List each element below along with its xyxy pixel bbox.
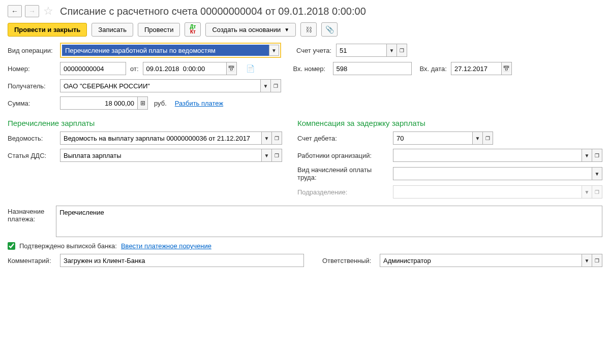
dropdown-button[interactable]: ▼ <box>261 79 271 92</box>
open-button[interactable] <box>592 254 602 267</box>
dds-label: Статья ДДС: <box>8 152 56 159</box>
recipient-label: Получатель: <box>8 82 56 90</box>
in-number-input[interactable] <box>333 62 412 75</box>
account-label: Счет учета: <box>296 47 332 54</box>
account-input[interactable] <box>336 44 387 57</box>
department-label: Подразделение: <box>297 188 389 196</box>
paperclip-icon: 📎 <box>325 25 334 34</box>
debit-account-input[interactable] <box>393 131 473 145</box>
dropdown-button[interactable]: ▼ <box>582 149 592 162</box>
comment-label: Комментарий: <box>8 257 56 264</box>
bank-confirmed-label: Подтверждено выпиской банка: <box>19 242 117 250</box>
calendar-icon <box>503 65 510 72</box>
open-button[interactable] <box>483 131 493 145</box>
create-based-on-button[interactable]: Создать на основании▼ <box>205 23 296 37</box>
responsible-input[interactable] <box>380 254 582 267</box>
dds-input[interactable] <box>60 149 262 162</box>
open-button[interactable] <box>272 131 282 145</box>
calendar-icon <box>228 65 235 72</box>
number-label: Номер: <box>8 65 56 73</box>
debit-account-label: Счет дебета: <box>297 135 389 142</box>
doc-status-icon[interactable]: 📄 <box>246 64 255 73</box>
statement-input[interactable] <box>60 131 262 145</box>
favorite-star-icon[interactable]: ☆ <box>42 5 54 17</box>
bank-confirmed-checkbox[interactable] <box>8 242 15 250</box>
open-button[interactable] <box>271 79 281 92</box>
employees-label: Работники организаций: <box>297 152 389 159</box>
currency-label: руб. <box>154 100 167 107</box>
recipient-input[interactable] <box>60 79 261 92</box>
open-button[interactable] <box>397 44 407 57</box>
save-button[interactable]: Записать <box>92 23 133 37</box>
dropdown-button[interactable]: ▼ <box>592 167 602 180</box>
operation-type-field[interactable]: Перечисление заработной платы по ведомос… <box>60 43 281 58</box>
calculator-button[interactable] <box>138 96 148 110</box>
dropdown-button[interactable]: ▼ <box>473 131 483 145</box>
comment-input[interactable] <box>60 254 304 267</box>
dropdown-button[interactable]: ▼ <box>387 44 397 57</box>
dropdown-button[interactable]: ▼ <box>269 45 279 56</box>
date-input[interactable] <box>143 62 227 75</box>
amount-input[interactable] <box>60 96 138 110</box>
nav-forward-button[interactable]: → <box>25 5 39 17</box>
accrual-type-input[interactable] <box>393 167 592 180</box>
number-input[interactable] <box>60 62 126 75</box>
in-number-label: Вх. номер: <box>293 65 329 73</box>
dropdown-button: ▼ <box>582 185 592 198</box>
split-payment-link[interactable]: Разбить платеж <box>175 100 223 107</box>
calendar-button[interactable] <box>227 62 237 75</box>
enter-payment-order-link[interactable]: Ввести платежное поручение <box>121 242 211 250</box>
post-button[interactable]: Провести <box>138 23 180 37</box>
dtkt-button[interactable]: ДтКт <box>185 22 201 37</box>
compensation-section-title: Компенсация за задержку зарплаты <box>297 119 602 127</box>
salary-section-title: Перечисление зарплаты <box>8 119 282 127</box>
open-button <box>592 185 602 198</box>
hierarchy-icon: ⛓ <box>306 26 312 34</box>
purpose-textarea[interactable] <box>56 206 602 237</box>
purpose-label: Назначение платежа: <box>8 206 52 223</box>
from-label: от: <box>130 65 139 73</box>
post-and-close-button[interactable]: Провести и закрыть <box>8 23 87 37</box>
department-input <box>393 185 582 198</box>
calendar-button[interactable] <box>502 62 512 75</box>
open-button[interactable] <box>592 149 602 162</box>
open-button[interactable] <box>272 149 282 162</box>
responsible-label: Ответственный: <box>322 257 376 264</box>
related-docs-button[interactable]: ⛓ <box>300 22 317 37</box>
calculator-icon <box>140 100 145 107</box>
dropdown-button[interactable]: ▼ <box>262 149 272 162</box>
in-date-label: Вх. дата: <box>420 65 447 73</box>
operation-type-label: Вид операции: <box>8 47 56 54</box>
in-date-input[interactable] <box>451 62 502 75</box>
page-title: Списание с расчетного счета 00000000004 … <box>60 6 366 17</box>
accrual-type-label: Вид начислений оплаты труда: <box>297 166 389 181</box>
dropdown-button[interactable]: ▼ <box>582 254 592 267</box>
statement-label: Ведомость: <box>8 135 56 142</box>
employees-input[interactable] <box>393 149 582 162</box>
dropdown-button[interactable]: ▼ <box>262 131 272 145</box>
nav-back-button[interactable]: ← <box>8 5 22 17</box>
attachments-button[interactable]: 📎 <box>321 22 338 37</box>
amount-label: Сумма: <box>8 100 56 107</box>
